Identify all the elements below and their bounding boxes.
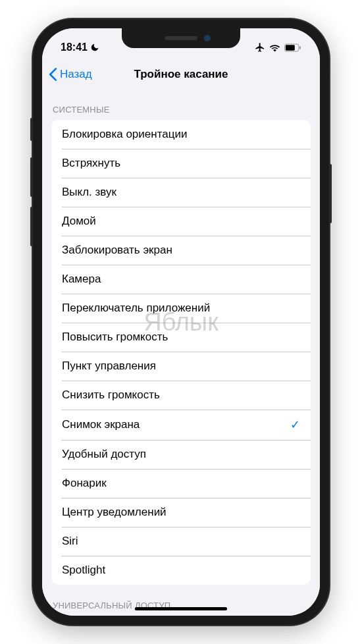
- list-item-label: Фонарик: [62, 477, 107, 490]
- status-right: [255, 42, 301, 53]
- list-item[interactable]: Повысить громкость: [51, 323, 311, 352]
- home-indicator[interactable]: [135, 607, 227, 610]
- volume-down-button: [30, 207, 33, 246]
- silent-switch: [30, 118, 33, 141]
- status-time: 18:41: [61, 41, 88, 53]
- list-item[interactable]: Удобный доступ: [51, 440, 311, 469]
- list-item-label: Домой: [62, 215, 96, 228]
- battery-icon: [284, 43, 301, 52]
- list-item-label: Снимок экрана: [62, 418, 140, 431]
- list-item[interactable]: Пункт управления: [51, 352, 311, 381]
- back-label: Назад: [60, 68, 92, 81]
- list-item-label: Блокировка ориентации: [62, 128, 187, 141]
- system-list: Блокировка ориентацииВстряхнутьВыкл. зву…: [51, 120, 311, 585]
- list-item-label: Камера: [62, 273, 101, 286]
- list-item[interactable]: Снизить громкость: [51, 381, 311, 410]
- list-item[interactable]: Spotlight: [51, 556, 311, 585]
- power-button: [329, 164, 332, 223]
- page-title: Тройное касание: [134, 68, 228, 81]
- chevron-left-icon: [49, 67, 57, 82]
- list-item-label: Переключатель приложений: [62, 302, 210, 315]
- list-item-label: Siri: [62, 535, 78, 548]
- list-item[interactable]: Блокировка ориентации: [51, 120, 311, 149]
- screen: 18:41 Назад Тро: [42, 28, 320, 616]
- list-item[interactable]: Фонарик: [51, 469, 311, 498]
- list-item[interactable]: Выкл. звук: [51, 178, 311, 207]
- svg-rect-1: [286, 45, 295, 50]
- airplane-mode-icon: [255, 42, 265, 53]
- list-item-label: Повысить громкость: [62, 331, 168, 344]
- list-item[interactable]: Центр уведомлений: [51, 498, 311, 527]
- phone-frame: 18:41 Назад Тро: [33, 19, 329, 625]
- list-item[interactable]: Домой: [51, 207, 311, 236]
- volume-up-button: [30, 157, 33, 197]
- content-scroll[interactable]: СИСТЕМНЫЕ Блокировка ориентацииВстряхнут…: [42, 89, 320, 616]
- list-item[interactable]: Переключатель приложений: [51, 294, 311, 323]
- do-not-disturb-icon: [90, 43, 99, 52]
- svg-rect-2: [299, 46, 300, 49]
- navigation-bar: Назад Тройное касание: [42, 60, 320, 89]
- list-item[interactable]: Снимок экрана✓: [51, 410, 311, 440]
- list-item-label: Снизить громкость: [62, 389, 160, 402]
- list-item-label: Заблокировать экран: [62, 244, 172, 257]
- list-item-label: Пункт управления: [62, 360, 156, 373]
- front-camera: [204, 35, 211, 41]
- list-item-label: Центр уведомлений: [62, 506, 167, 519]
- list-item[interactable]: Встряхнуть: [51, 149, 311, 178]
- speaker: [165, 36, 197, 40]
- section-header-system: СИСТЕМНЫЕ: [42, 89, 320, 120]
- list-item-label: Выкл. звук: [62, 186, 116, 199]
- section-header-accessibility: УНИВЕРСАЛЬНЫЙ ДОСТУП: [42, 585, 320, 616]
- list-item[interactable]: Камера: [51, 265, 311, 294]
- list-item-label: Spotlight: [62, 564, 105, 577]
- list-item-label: Удобный доступ: [62, 448, 146, 461]
- status-left: 18:41: [61, 41, 99, 53]
- list-item[interactable]: Siri: [51, 527, 311, 556]
- wifi-icon: [269, 43, 280, 52]
- notch: [122, 28, 240, 48]
- checkmark-icon: ✓: [290, 417, 300, 432]
- list-item[interactable]: Заблокировать экран: [51, 236, 311, 265]
- list-item-label: Встряхнуть: [62, 157, 120, 170]
- back-button[interactable]: Назад: [49, 67, 92, 82]
